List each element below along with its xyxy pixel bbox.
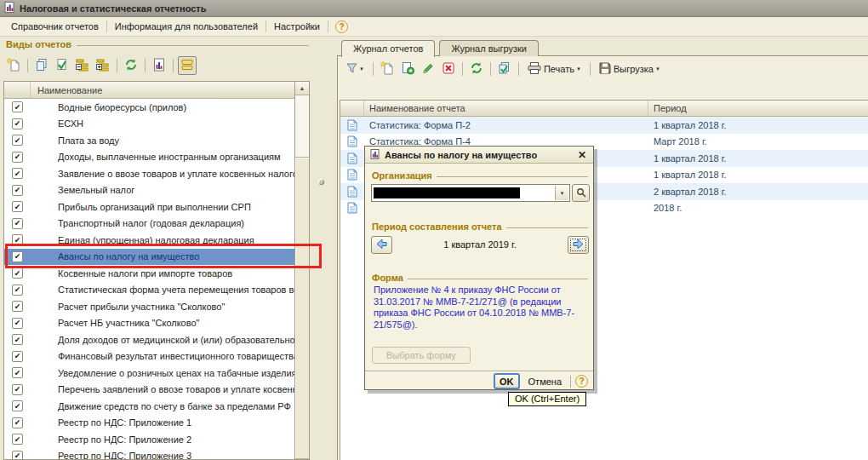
checkbox-checked-icon[interactable]: ✔ — [12, 451, 23, 460]
journal-report-period: 2018 г. — [648, 203, 868, 213]
checkbox-checked-icon[interactable]: ✔ — [12, 400, 23, 411]
checkbox-checked-icon[interactable]: ✔ — [12, 318, 23, 329]
checkbox-checked-icon[interactable]: ✔ — [12, 434, 23, 445]
report-type-row[interactable]: ✔Движение средств по счету в банке за пр… — [4, 398, 309, 415]
refresh-button[interactable] — [122, 56, 140, 75]
dialog-help-icon[interactable]: ? — [575, 375, 588, 388]
list-plus-icon — [96, 58, 110, 73]
report-type-row[interactable]: ✔Реестр по НДС: Приложение 2 — [4, 431, 309, 448]
checkbox-checked-icon[interactable]: ✔ — [12, 135, 23, 146]
export-button[interactable]: Выгрузка▼ — [595, 60, 665, 78]
tab-export-journal[interactable]: Журнал выгрузки — [439, 40, 538, 56]
organization-row: ▼ — [371, 184, 590, 202]
checkbox-checked-icon[interactable]: ✔ — [12, 267, 23, 279]
report-type-row[interactable]: ✔Уведомление о розничных ценах на табачн… — [4, 365, 309, 382]
scrollbar-thumb[interactable] — [295, 157, 309, 459]
refresh-journal-button[interactable] — [467, 60, 486, 78]
menu-item-settings[interactable]: Настройки — [266, 17, 328, 36]
report-type-row[interactable]: ✔Плата за воду — [4, 132, 309, 149]
add-copy-button[interactable] — [398, 60, 417, 78]
menu-item-user-info[interactable]: Информация для пользователей — [107, 17, 266, 36]
group-rule — [506, 227, 588, 228]
report-type-row[interactable]: ✔Доходы, выплаченные иностранным организ… — [4, 149, 309, 166]
checkbox-checked-icon[interactable]: ✔ — [12, 334, 23, 345]
organization-lookup-button[interactable] — [572, 184, 590, 202]
checkbox-checked-icon[interactable]: ✔ — [12, 417, 23, 428]
report-type-row[interactable]: ✔Финансовый результат инвестиционного то… — [4, 348, 309, 365]
choose-form-button-disabled[interactable]: Выбрать форму — [372, 347, 471, 364]
next-period-button[interactable] — [568, 236, 589, 254]
new-report-type-button[interactable] — [4, 56, 23, 75]
report-type-label: Транспортный налог (годовая декларация) — [58, 218, 244, 228]
copy-button[interactable] — [32, 56, 51, 75]
check-all-button[interactable] — [53, 56, 71, 75]
document-check-icon — [55, 58, 69, 73]
checkbox-checked-icon[interactable]: ✔ — [12, 351, 23, 362]
print-button[interactable]: Печать▼ — [523, 60, 585, 78]
report-type-row[interactable]: ✔Заявление о ввозе товаров и уплате косв… — [4, 165, 309, 182]
pencil-icon — [422, 62, 434, 76]
report-type-row[interactable]: ✔Земельный налог — [4, 182, 309, 199]
report-type-row[interactable]: ✔Статистическая форма учета перемещения … — [4, 282, 309, 299]
checkbox-checked-icon[interactable]: ✔ — [12, 168, 23, 179]
list-scrollbar[interactable]: ▲ — [294, 82, 309, 459]
report-chart-icon — [152, 58, 166, 73]
expand-list-button[interactable] — [94, 56, 112, 75]
report-type-row[interactable]: ✔Расчет НБ участника "Сколково" — [4, 315, 309, 332]
report-type-row[interactable]: ✔ЕСХН — [4, 116, 309, 133]
tab-report-journal[interactable]: Журнал отчетов — [341, 40, 435, 57]
report-type-row[interactable]: ✔Реестр по НДС: Приложение 3 — [4, 448, 309, 460]
organization-input[interactable]: ▼ — [371, 184, 570, 202]
batch-check-button[interactable] — [495, 60, 514, 78]
chevron-down-icon: ▼ — [576, 66, 581, 72]
documents-check-icon — [498, 61, 511, 77]
left-panel-caption: Виды отчетов — [6, 39, 71, 49]
checkbox-checked-icon[interactable]: ✔ — [12, 118, 23, 129]
report-type-label: Реестр по НДС: Приложение 3 — [58, 451, 191, 460]
checkbox-checked-icon[interactable]: ✔ — [12, 384, 23, 395]
report-type-label: Уведомление о розничных ценах на табачны… — [58, 368, 297, 378]
dropdown-button[interactable]: ▼ — [555, 186, 568, 200]
red-highlight-annotation — [5, 244, 322, 268]
splitter-grip[interactable] — [318, 179, 324, 185]
toggle-panels-button[interactable] — [178, 56, 197, 75]
cancel-button[interactable]: Отмена — [524, 375, 566, 388]
collapse-list-button[interactable] — [73, 56, 92, 75]
checkbox-checked-icon[interactable]: ✔ — [12, 185, 23, 196]
dialog-title: Авансы по налогу на имущество — [385, 150, 572, 160]
menu-item-report-directory[interactable]: Справочник отчетов — [3, 17, 106, 36]
dialog-report-icon — [370, 149, 380, 161]
report-type-row[interactable]: ✔Водные биоресурсы (прилов) — [4, 99, 309, 116]
checkbox-checked-icon[interactable]: ✔ — [12, 367, 23, 378]
close-icon[interactable]: ✕ — [576, 149, 588, 161]
window-title: Налоговая и статистическая отчетность — [20, 3, 206, 14]
help-icon[interactable]: ? — [335, 20, 348, 33]
checkbox-checked-icon[interactable]: ✔ — [12, 152, 23, 163]
journal-row[interactable]: Статистика: Форма П-21 квартал 2018 г. — [340, 117, 868, 134]
checkbox-checked-icon[interactable]: ✔ — [12, 285, 23, 296]
checkbox-checked-icon[interactable]: ✔ — [12, 218, 23, 229]
report-type-row[interactable]: ✔Доля доходов от медицинской и (или) обр… — [4, 331, 309, 348]
report-type-row[interactable]: ✔Перечень заявлений о ввозе товаров и уп… — [4, 382, 309, 399]
checkbox-checked-icon[interactable]: ✔ — [12, 101, 23, 112]
new-report-button[interactable] — [378, 60, 397, 78]
edit-button[interactable] — [419, 60, 437, 78]
scrollbar-up-icon[interactable]: ▲ — [295, 82, 309, 95]
checkbox-checked-icon[interactable]: ✔ — [12, 301, 23, 312]
toolbar-separator — [373, 62, 374, 76]
delete-button[interactable] — [439, 60, 458, 78]
report-type-row[interactable]: ✔Расчет прибыли участника "Сколково" — [4, 298, 309, 315]
previous-period-button[interactable] — [371, 236, 392, 254]
report-settings-button[interactable] — [150, 56, 168, 75]
arrow-right-icon — [573, 239, 584, 250]
form-group: Форма — [372, 273, 588, 283]
report-type-row[interactable]: ✔Реестр по НДС: Приложение 1 — [4, 415, 309, 432]
checkbox-checked-icon[interactable]: ✔ — [12, 201, 23, 212]
report-type-row[interactable]: ✔Прибыль организаций при выполнении СРП — [4, 198, 309, 216]
period-group-label: Период составления отчета — [372, 221, 502, 232]
report-type-row[interactable]: ✔Транспортный налог (годовая декларация) — [4, 216, 309, 233]
period-value: 1 квартал 2019 г. — [392, 239, 568, 250]
filter-button[interactable]: ▼ — [342, 60, 368, 78]
ok-button[interactable]: OK — [494, 373, 520, 389]
report-type-label: Косвенные налоги при импорте товаров — [58, 268, 232, 279]
